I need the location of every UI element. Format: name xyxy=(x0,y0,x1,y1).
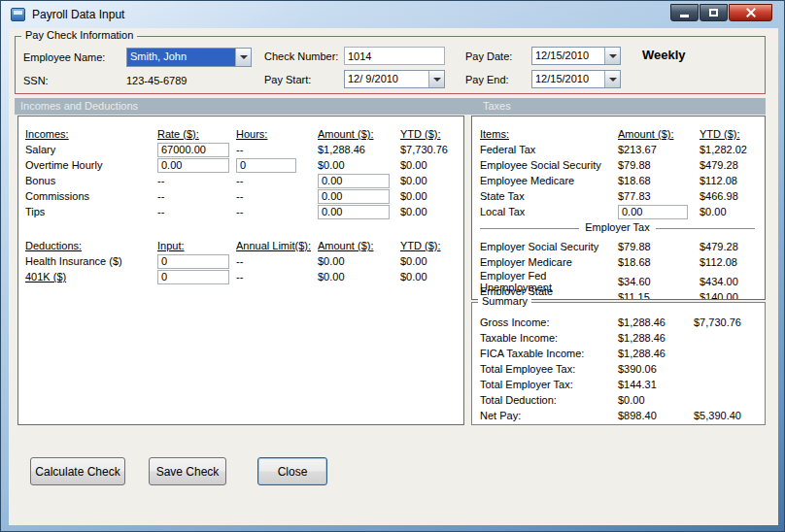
tax-row-employee-medicare: Employee Medicare $18.68 $112.08 xyxy=(480,173,765,188)
maximize-button[interactable] xyxy=(700,4,728,21)
income-row-tips: Tips -- -- $0.00 xyxy=(25,204,463,219)
pay-end-value: 12/15/2010 xyxy=(532,71,604,87)
tax-row-employer-medicare: Employer Medicare $18.68 $112.08 xyxy=(480,254,765,270)
income-ytd: $0.00 xyxy=(400,206,463,217)
summary-amount: $144.31 xyxy=(618,379,694,390)
ssn-value: 123-45-6789 xyxy=(126,75,187,86)
employee-name-dropdown-icon[interactable] xyxy=(235,49,251,66)
minimize-button[interactable] xyxy=(670,4,699,21)
tax-ytd: $112.08 xyxy=(700,175,765,186)
salary-rate-input[interactable] xyxy=(157,143,229,157)
income-ytd: $0.00 xyxy=(400,190,463,202)
tax-amount: $18.68 xyxy=(618,256,700,268)
overtime-hours-input[interactable] xyxy=(236,158,296,173)
pay-end-picker[interactable]: 12/15/2010 xyxy=(531,70,621,88)
input-col-header: Input: xyxy=(157,240,236,251)
401k-input[interactable] xyxy=(157,270,229,284)
overtime-rate-input[interactable] xyxy=(157,158,229,173)
tax-row-employee-ss: Employee Social Security $79.88 $479.28 xyxy=(480,157,765,173)
employee-name-label: Employee Name: xyxy=(23,51,105,63)
check-number-label: Check Number: xyxy=(264,50,338,62)
employee-name-select[interactable]: Smith, John xyxy=(126,48,252,67)
pay-date-label: Pay Date: xyxy=(465,50,512,62)
employer-tax-separator: Employer Tax xyxy=(480,219,755,239)
deduction-annual-limit: -- xyxy=(236,255,318,267)
close-icon xyxy=(746,8,756,17)
ded-ytd-col-header: YTD ($): xyxy=(400,240,463,251)
tax-ytd: $112.08 xyxy=(700,256,765,268)
bonus-amount-input[interactable] xyxy=(318,174,390,188)
tips-amount-input[interactable] xyxy=(318,205,390,219)
calculate-check-button[interactable]: Calculate Check xyxy=(30,457,125,485)
save-check-button[interactable]: Save Check xyxy=(149,457,226,485)
health-insurance-input[interactable] xyxy=(157,254,229,269)
paycheck-info-group-label: Pay Check Information xyxy=(21,29,137,41)
pay-start-value: 12/ 9/2010 xyxy=(345,71,428,87)
tax-amount: $34.60 xyxy=(618,276,700,287)
paycheck-info-group: Pay Check Information Employee Name: Smi… xyxy=(15,36,766,94)
commissions-amount-input[interactable] xyxy=(318,189,390,204)
titlebar[interactable]: Payroll Data Input xyxy=(1,1,784,28)
pay-end-dropdown-icon[interactable] xyxy=(604,71,620,87)
deduction-annual-limit: -- xyxy=(236,271,318,283)
tax-amount: $77.83 xyxy=(618,190,700,202)
tax-amount: $213.67 xyxy=(618,144,700,155)
summary-row-gross: Gross Income: $1,288.46 $7,730.76 xyxy=(480,315,765,330)
tax-label: State Tax xyxy=(480,190,618,202)
deduction-row-401k: 401K ($) -- $0.00 $0.00 xyxy=(25,269,463,284)
tax-amount: $79.88 xyxy=(618,159,700,171)
summary-row-total-employer-tax: Total Employer Tax: $144.31 xyxy=(480,377,765,392)
deduction-ytd: $0.00 xyxy=(400,255,463,267)
tax-ytd-col-header: YTD ($): xyxy=(700,128,765,140)
summary-label: Total Deduction: xyxy=(480,394,618,406)
summary-label: Total Employer Tax: xyxy=(480,379,618,390)
minimize-icon xyxy=(680,15,689,17)
income-rate: -- xyxy=(157,190,236,202)
401k-link[interactable]: 401K ($) xyxy=(25,271,157,283)
summary-group: Summary Gross Income: $1,288.46 $7,730.7… xyxy=(471,302,766,425)
local-tax-input[interactable] xyxy=(618,205,688,219)
close-button[interactable]: Close xyxy=(257,457,327,485)
rate-col-header: Rate ($): xyxy=(157,128,236,140)
income-label: Commissions xyxy=(25,190,157,202)
summary-row-total-employee-tax: Total Employee Tax: $390.06 xyxy=(480,361,765,377)
amount-col-header: Amount ($): xyxy=(318,128,400,140)
tax-ytd: $466.98 xyxy=(700,190,765,202)
incomes-deductions-section-title: Incomes and Deductions xyxy=(20,100,138,112)
hours-col-header: Hours: xyxy=(236,128,318,140)
tax-ytd: $0.00 xyxy=(700,206,765,217)
pay-start-picker[interactable]: 12/ 9/2010 xyxy=(344,70,445,88)
deduction-amount: $0.00 xyxy=(318,255,400,267)
income-hours: -- xyxy=(236,175,318,186)
ded-amount-col-header: Amount ($): xyxy=(318,240,400,251)
summary-amount: $1,288.46 xyxy=(618,316,694,328)
summary-label: Net Pay: xyxy=(480,410,618,421)
app-icon-glyph xyxy=(14,11,22,15)
deductions-col-header: Deductions: xyxy=(25,240,157,251)
pay-date-dropdown-icon[interactable] xyxy=(604,48,620,64)
close-window-button[interactable] xyxy=(729,4,772,21)
ytd-col-header: YTD ($): xyxy=(400,128,463,140)
tax-ytd: $434.00 xyxy=(700,276,765,287)
pay-date-value: 12/15/2010 xyxy=(532,48,604,64)
payroll-data-input-window: Payroll Data Input Pay Check Information… xyxy=(0,0,785,532)
taxes-header-row: Items: Amount ($): YTD ($): xyxy=(480,126,765,142)
income-amount: $0.00 xyxy=(318,159,400,171)
maximize-icon xyxy=(709,9,718,17)
income-rate: -- xyxy=(157,206,236,217)
tax-label: Employee Social Security xyxy=(480,159,618,171)
tax-ytd: $479.28 xyxy=(700,241,765,252)
dialog-body: Pay Check Information Employee Name: Smi… xyxy=(9,28,778,525)
summary-amount: $1,288.46 xyxy=(618,332,694,344)
pay-date-picker[interactable]: 12/15/2010 xyxy=(531,47,621,65)
tax-amount-col-header: Amount ($): xyxy=(618,128,700,140)
pay-start-dropdown-icon[interactable] xyxy=(428,71,444,87)
taxes-panel: Items: Amount ($): YTD ($): Federal Tax … xyxy=(471,116,766,300)
income-row-bonus: Bonus -- -- $0.00 xyxy=(25,173,463,188)
incomes-col-header: Incomes: xyxy=(25,128,157,140)
deductions-header-row: Deductions: Input: Annual Limit($): Amou… xyxy=(25,238,463,253)
summary-label: Gross Income: xyxy=(480,316,618,328)
tax-label: Employer Medicare xyxy=(480,256,618,268)
check-number-input[interactable] xyxy=(344,47,445,65)
tax-ytd: $1,282.02 xyxy=(700,144,765,155)
